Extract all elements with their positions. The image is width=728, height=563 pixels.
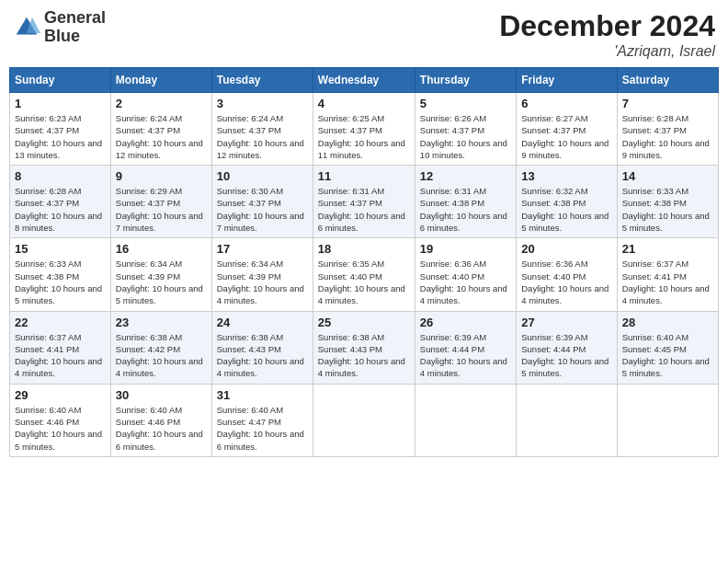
calendar-week-row: 1 Sunrise: 6:23 AM Sunset: 4:37 PM Dayli…	[10, 93, 719, 166]
calendar-cell: 21 Sunrise: 6:37 AM Sunset: 4:41 PM Dayl…	[617, 238, 718, 311]
calendar-week-row: 22 Sunrise: 6:37 AM Sunset: 4:41 PM Dayl…	[10, 311, 719, 384]
calendar-cell: 31 Sunrise: 6:40 AM Sunset: 4:47 PM Dayl…	[211, 384, 313, 456]
day-info: Sunrise: 6:26 AM Sunset: 4:37 PM Dayligh…	[420, 112, 511, 161]
calendar-cell: 26 Sunrise: 6:39 AM Sunset: 4:44 PM Dayl…	[415, 311, 516, 384]
day-info: Sunrise: 6:38 AM Sunset: 4:42 PM Dayligh…	[116, 331, 207, 380]
day-number: 7	[622, 97, 713, 110]
day-info: Sunrise: 6:33 AM Sunset: 4:38 PM Dayligh…	[15, 258, 106, 306]
calendar-cell: 8 Sunrise: 6:28 AM Sunset: 4:37 PM Dayli…	[10, 166, 111, 238]
day-info: Sunrise: 6:37 AM Sunset: 4:41 PM Dayligh…	[622, 258, 713, 306]
calendar-week-row: 8 Sunrise: 6:28 AM Sunset: 4:37 PM Dayli…	[10, 166, 719, 238]
calendar-cell: 29 Sunrise: 6:40 AM Sunset: 4:46 PM Dayl…	[10, 384, 111, 456]
calendar-cell: 23 Sunrise: 6:38 AM Sunset: 4:42 PM Dayl…	[110, 311, 211, 384]
calendar-cell: 28 Sunrise: 6:40 AM Sunset: 4:45 PM Dayl…	[617, 311, 718, 384]
calendar-cell: 13 Sunrise: 6:32 AM Sunset: 4:38 PM Dayl…	[517, 166, 617, 238]
month-title: December 2024	[499, 9, 715, 43]
day-info: Sunrise: 6:38 AM Sunset: 4:43 PM Dayligh…	[217, 331, 308, 380]
day-number: 9	[116, 169, 207, 183]
logo-icon	[13, 14, 40, 41]
calendar-cell: 7 Sunrise: 6:28 AM Sunset: 4:37 PM Dayli…	[617, 93, 718, 166]
day-number: 30	[116, 388, 207, 402]
day-number: 20	[521, 242, 611, 256]
day-info: Sunrise: 6:30 AM Sunset: 4:37 PM Dayligh…	[217, 185, 308, 234]
calendar-cell: 27 Sunrise: 6:39 AM Sunset: 4:44 PM Dayl…	[517, 311, 617, 384]
calendar-cell: 25 Sunrise: 6:38 AM Sunset: 4:43 PM Dayl…	[313, 311, 415, 384]
calendar-cell: 19 Sunrise: 6:36 AM Sunset: 4:40 PM Dayl…	[415, 238, 516, 311]
day-info: Sunrise: 6:38 AM Sunset: 4:43 PM Dayligh…	[318, 331, 410, 380]
day-info: Sunrise: 6:36 AM Sunset: 4:40 PM Dayligh…	[420, 258, 511, 306]
calendar-cell: 15 Sunrise: 6:33 AM Sunset: 4:38 PM Dayl…	[10, 238, 111, 311]
day-of-week-header: Sunday	[10, 68, 111, 93]
day-number: 12	[420, 169, 511, 183]
day-number: 4	[318, 97, 410, 110]
day-number: 29	[15, 388, 106, 402]
day-info: Sunrise: 6:40 AM Sunset: 4:46 PM Dayligh…	[116, 404, 207, 453]
day-info: Sunrise: 6:32 AM Sunset: 4:38 PM Dayligh…	[521, 185, 611, 234]
day-of-week-header: Friday	[517, 68, 617, 93]
day-info: Sunrise: 6:40 AM Sunset: 4:45 PM Dayligh…	[622, 331, 713, 380]
day-number: 2	[116, 97, 207, 110]
day-info: Sunrise: 6:25 AM Sunset: 4:37 PM Dayligh…	[318, 112, 410, 161]
day-info: Sunrise: 6:39 AM Sunset: 4:44 PM Dayligh…	[521, 331, 611, 380]
calendar-cell: 17 Sunrise: 6:34 AM Sunset: 4:39 PM Dayl…	[211, 238, 313, 311]
calendar-cell: 12 Sunrise: 6:31 AM Sunset: 4:38 PM Dayl…	[415, 166, 516, 238]
day-number: 19	[420, 242, 511, 256]
day-info: Sunrise: 6:40 AM Sunset: 4:46 PM Dayligh…	[15, 404, 106, 453]
day-info: Sunrise: 6:34 AM Sunset: 4:39 PM Dayligh…	[116, 258, 207, 306]
calendar-cell: 1 Sunrise: 6:23 AM Sunset: 4:37 PM Dayli…	[10, 93, 111, 166]
calendar-cell	[517, 384, 617, 456]
day-number: 15	[15, 242, 106, 256]
day-of-week-header: Saturday	[617, 68, 718, 93]
day-number: 31	[217, 388, 308, 402]
day-info: Sunrise: 6:28 AM Sunset: 4:37 PM Dayligh…	[15, 185, 106, 234]
day-info: Sunrise: 6:24 AM Sunset: 4:37 PM Dayligh…	[217, 112, 308, 161]
day-number: 28	[622, 316, 713, 329]
day-number: 14	[622, 169, 713, 183]
day-of-week-header: Tuesday	[211, 68, 313, 93]
page-header: General Blue December 2024 'Azriqam, Isr…	[9, 9, 719, 60]
calendar-cell	[313, 384, 415, 456]
day-info: Sunrise: 6:40 AM Sunset: 4:47 PM Dayligh…	[217, 404, 308, 453]
logo: General Blue	[13, 9, 106, 46]
day-info: Sunrise: 6:28 AM Sunset: 4:37 PM Dayligh…	[622, 112, 713, 161]
day-info: Sunrise: 6:37 AM Sunset: 4:41 PM Dayligh…	[15, 331, 106, 380]
location: 'Azriqam, Israel	[499, 43, 715, 60]
day-number: 6	[521, 97, 611, 110]
day-info: Sunrise: 6:39 AM Sunset: 4:44 PM Dayligh…	[420, 331, 511, 380]
day-info: Sunrise: 6:33 AM Sunset: 4:38 PM Dayligh…	[622, 185, 713, 234]
day-info: Sunrise: 6:34 AM Sunset: 4:39 PM Dayligh…	[217, 258, 308, 306]
day-number: 23	[116, 316, 207, 329]
calendar-cell: 24 Sunrise: 6:38 AM Sunset: 4:43 PM Dayl…	[211, 311, 313, 384]
day-info: Sunrise: 6:36 AM Sunset: 4:40 PM Dayligh…	[521, 258, 611, 306]
day-info: Sunrise: 6:31 AM Sunset: 4:38 PM Dayligh…	[420, 185, 511, 234]
day-info: Sunrise: 6:23 AM Sunset: 4:37 PM Dayligh…	[15, 112, 106, 161]
day-info: Sunrise: 6:31 AM Sunset: 4:37 PM Dayligh…	[318, 185, 410, 234]
calendar-header-row: SundayMondayTuesdayWednesdayThursdayFrid…	[10, 68, 719, 93]
day-number: 25	[318, 316, 410, 329]
calendar-cell: 10 Sunrise: 6:30 AM Sunset: 4:37 PM Dayl…	[211, 166, 313, 238]
calendar-cell	[617, 384, 718, 456]
day-info: Sunrise: 6:24 AM Sunset: 4:37 PM Dayligh…	[116, 112, 207, 161]
day-number: 1	[15, 97, 106, 110]
day-number: 8	[15, 169, 106, 183]
day-number: 5	[420, 97, 511, 110]
day-of-week-header: Thursday	[415, 68, 516, 93]
calendar-cell: 22 Sunrise: 6:37 AM Sunset: 4:41 PM Dayl…	[10, 311, 111, 384]
calendar-table: SundayMondayTuesdayWednesdayThursdayFrid…	[9, 67, 719, 457]
logo-line2: Blue	[44, 28, 106, 46]
day-number: 10	[217, 169, 308, 183]
day-of-week-header: Wednesday	[313, 68, 415, 93]
calendar-cell: 5 Sunrise: 6:26 AM Sunset: 4:37 PM Dayli…	[415, 93, 516, 166]
day-number: 18	[318, 242, 410, 256]
day-number: 16	[116, 242, 207, 256]
day-number: 27	[521, 316, 611, 329]
calendar-week-row: 29 Sunrise: 6:40 AM Sunset: 4:46 PM Dayl…	[10, 384, 719, 456]
day-number: 3	[217, 97, 308, 110]
calendar-cell: 9 Sunrise: 6:29 AM Sunset: 4:37 PM Dayli…	[110, 166, 211, 238]
calendar-cell: 16 Sunrise: 6:34 AM Sunset: 4:39 PM Dayl…	[110, 238, 211, 311]
calendar-cell	[415, 384, 516, 456]
day-number: 11	[318, 169, 410, 183]
day-of-week-header: Monday	[110, 68, 211, 93]
day-number: 22	[15, 316, 106, 329]
day-number: 13	[521, 169, 611, 183]
